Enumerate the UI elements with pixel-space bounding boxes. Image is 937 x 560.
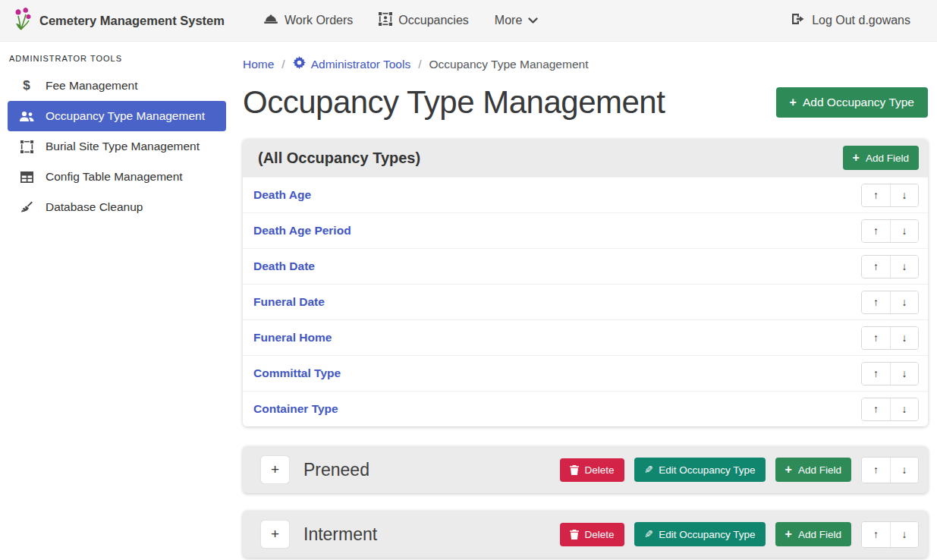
dollar-icon: $: [18, 78, 35, 93]
add-field-label: Add Field: [798, 529, 841, 540]
field-name-link[interactable]: Death Age: [253, 188, 311, 202]
move-down-button[interactable]: ↓: [890, 363, 918, 385]
move-up-button[interactable]: ↑: [862, 256, 890, 278]
add-field-button[interactable]: + Add Field: [775, 522, 851, 546]
field-name-link[interactable]: Funeral Date: [253, 295, 325, 309]
occupancy-type-actions: Delete ✎ Edit Occupancy Type + Add Field…: [560, 457, 919, 483]
field-row: Death Age Period ↑ ↓: [243, 212, 928, 248]
sidebar-item-config-table-management[interactable]: Config Table Management: [8, 162, 226, 192]
move-up-button[interactable]: ↑: [862, 327, 890, 349]
frame-icon: [18, 140, 35, 153]
move-down-button[interactable]: ↓: [890, 327, 918, 349]
add-field-label: Add Field: [866, 153, 909, 164]
pencil-icon: ✎: [644, 528, 653, 540]
all-occupancy-types-panel: (All Occupancy Types) + Add Field Death …: [243, 139, 928, 426]
sidebar-item-burial-site-type-management[interactable]: Burial Site Type Management: [8, 131, 226, 162]
nav-more[interactable]: More: [482, 0, 551, 42]
arrow-down-icon: ↓: [902, 403, 907, 415]
arrow-down-icon: ↓: [902, 528, 907, 540]
chevron-down-icon: [528, 14, 538, 27]
move-down-button[interactable]: ↓: [890, 398, 918, 420]
breadcrumb: Home / Administrator Tools / Occupancy T…: [243, 42, 928, 72]
nav-work-orders[interactable]: Work Orders: [250, 0, 366, 42]
expand-button[interactable]: +: [261, 456, 289, 483]
sidebar-item-label: Occupancy Type Management: [46, 109, 205, 123]
app-title: Cemetery Management System: [39, 14, 225, 28]
add-field-button[interactable]: + Add Field: [775, 458, 851, 482]
arrow-up-icon: ↑: [873, 225, 879, 237]
breadcrumb-home-link[interactable]: Home: [243, 58, 274, 71]
gear-icon: [293, 56, 306, 72]
occupancy-type-name: Interment: [303, 524, 377, 545]
sidebar-item-label: Burial Site Type Management: [46, 140, 200, 153]
logout-button[interactable]: Log Out d.gowans: [778, 0, 923, 42]
logout-label: Log Out d.gowans: [812, 14, 910, 27]
move-up-button[interactable]: ↑: [862, 363, 890, 385]
plus-icon: +: [785, 464, 792, 476]
move-down-button[interactable]: ↓: [890, 291, 918, 313]
breadcrumb-admin-tools-label: Administrator Tools: [311, 58, 411, 71]
nav-more-label: More: [495, 14, 522, 27]
move-down-button[interactable]: ↓: [890, 184, 918, 206]
arrow-up-icon: ↑: [873, 367, 879, 379]
nav-occupancies-label: Occupancies: [398, 14, 469, 27]
field-row: Death Date ↑ ↓: [243, 248, 928, 284]
reorder-button-group: ↑ ↓: [861, 219, 919, 243]
delete-label: Delete: [585, 464, 615, 476]
user-frame-icon: [379, 12, 392, 29]
delete-button[interactable]: Delete: [560, 458, 624, 482]
field-row: Container Type ↑ ↓: [243, 391, 928, 426]
occupancy-type-actions: Delete ✎ Edit Occupancy Type + Add Field…: [560, 521, 919, 548]
move-up-button[interactable]: ↑: [862, 398, 890, 420]
move-up-button[interactable]: ↑: [862, 184, 890, 206]
arrow-up-icon: ↑: [873, 260, 879, 272]
reorder-button-group: ↑ ↓: [861, 398, 919, 421]
edit-occupancy-type-button[interactable]: ✎ Edit Occupancy Type: [634, 458, 766, 482]
arrow-up-icon: ↑: [873, 332, 879, 344]
add-field-label: Add Field: [798, 464, 841, 476]
arrow-down-icon: ↓: [902, 367, 907, 379]
edit-occupancy-type-label: Edit Occupancy Type: [659, 529, 755, 540]
nav-occupancies[interactable]: Occupancies: [366, 0, 482, 42]
move-down-button[interactable]: ↓: [890, 458, 918, 483]
sidebar-item-database-cleanup[interactable]: Database Cleanup: [8, 192, 226, 222]
nav-work-orders-label: Work Orders: [285, 14, 353, 27]
reorder-button-group: ↑ ↓: [861, 362, 919, 385]
move-up-button[interactable]: ↑: [862, 291, 890, 313]
app-brand[interactable]: Cemetery Management System: [14, 8, 225, 33]
sidebar-item-fee-management[interactable]: $ Fee Management: [8, 71, 226, 101]
field-row: Funeral Home ↑ ↓: [243, 319, 928, 355]
arrow-up-icon: ↑: [873, 528, 879, 540]
pencil-icon: ✎: [644, 464, 653, 476]
edit-occupancy-type-label: Edit Occupancy Type: [659, 464, 755, 476]
hard-hat-icon: [263, 14, 278, 28]
breadcrumb-admin-tools-link[interactable]: Administrator Tools: [293, 56, 411, 72]
field-name-link[interactable]: Container Type: [253, 402, 338, 416]
sidebar: ADMINISTRATOR TOOLS $ Fee Management Occ…: [0, 42, 234, 560]
field-name-link[interactable]: Funeral Home: [253, 331, 332, 344]
top-navbar: Cemetery Management System Work Orders O…: [0, 0, 937, 42]
main-content: Home / Administrator Tools / Occupancy T…: [234, 42, 937, 560]
arrow-down-icon: ↓: [902, 332, 907, 344]
reorder-button-group: ↑ ↓: [861, 255, 919, 278]
sidebar-heading: ADMINISTRATOR TOOLS: [0, 51, 234, 71]
field-name-link[interactable]: Death Date: [253, 260, 315, 273]
move-up-button[interactable]: ↑: [862, 220, 890, 242]
move-down-button[interactable]: ↓: [890, 256, 918, 278]
sidebar-item-occupancy-type-management[interactable]: Occupancy Type Management: [8, 101, 226, 131]
move-down-button[interactable]: ↓: [890, 220, 918, 242]
arrow-up-icon: ↑: [873, 189, 879, 201]
delete-button[interactable]: Delete: [560, 523, 624, 546]
move-up-button[interactable]: ↑: [862, 522, 890, 547]
occupancy-type-panel: + Interment Delete ✎ Edi: [243, 511, 928, 558]
move-up-button[interactable]: ↑: [862, 458, 890, 483]
expand-button[interactable]: +: [261, 521, 289, 548]
add-field-button[interactable]: + Add Field: [843, 146, 919, 170]
add-occupancy-type-button[interactable]: + Add Occupancy Type: [776, 87, 928, 118]
occupancy-type-name: Preneed: [303, 460, 369, 480]
tulip-logo-icon: [14, 8, 32, 33]
field-name-link[interactable]: Committal Type: [253, 367, 341, 380]
move-down-button[interactable]: ↓: [890, 522, 918, 547]
edit-occupancy-type-button[interactable]: ✎ Edit Occupancy Type: [634, 522, 766, 546]
field-name-link[interactable]: Death Age Period: [253, 224, 351, 238]
